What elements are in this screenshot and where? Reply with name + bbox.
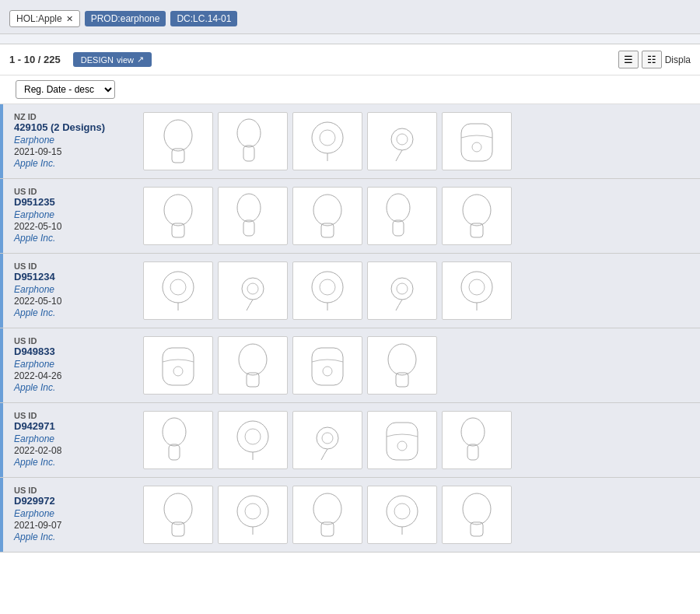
svg-point-31 [461, 272, 492, 303]
prod-tag[interactable]: PROD:earphone [85, 11, 166, 26]
svg-point-27 [320, 279, 335, 295]
svg-point-13 [237, 194, 261, 222]
results-count: 1 - 10 / 225 [9, 54, 61, 65]
design-image[interactable] [442, 187, 512, 245]
svg-rect-3 [243, 146, 254, 161]
design-images-container [143, 336, 691, 395]
product-label[interactable]: Earphone [14, 135, 134, 146]
design-image[interactable] [367, 486, 437, 544]
svg-point-2 [237, 119, 261, 147]
product-label[interactable]: Earphone [14, 508, 134, 519]
design-id[interactable]: D942971 [14, 420, 134, 432]
product-label[interactable]: Earphone [14, 433, 134, 444]
design-image[interactable] [143, 261, 213, 320]
design-image[interactable] [218, 112, 288, 170]
svg-point-50 [397, 441, 407, 451]
design-image[interactable] [143, 187, 213, 245]
design-view-button[interactable]: DESIGN view ↗ [73, 52, 152, 67]
owner-label[interactable]: Apple Inc. [14, 233, 134, 244]
design-image[interactable] [292, 112, 362, 170]
design-id[interactable]: D929972 [14, 495, 134, 507]
design-image[interactable] [218, 411, 288, 469]
table-row: US ID D951235 Earphone 2022-05-10 Apple … [0, 179, 700, 254]
design-image[interactable] [442, 261, 512, 320]
design-id[interactable]: D949833 [14, 346, 134, 357]
owner-label[interactable]: Apple Inc. [14, 457, 134, 468]
svg-point-61 [394, 503, 410, 519]
svg-point-44 [237, 421, 268, 452]
design-image[interactable] [367, 411, 437, 469]
result-meta: US ID D949833 Earphone 2022-04-26 Apple … [9, 336, 134, 395]
svg-rect-43 [169, 444, 180, 460]
design-image[interactable] [442, 486, 512, 544]
svg-rect-14 [243, 220, 254, 236]
design-image[interactable] [367, 112, 437, 170]
grid-view-button[interactable]: ☷ [642, 51, 662, 68]
design-image[interactable] [442, 112, 512, 170]
dc-tag-label: DC:LC.14-01 [177, 13, 231, 24]
svg-point-51 [461, 418, 485, 446]
design-image[interactable] [218, 261, 288, 320]
prod-tag-label: PROD:earphone [91, 13, 160, 24]
jurisdiction-label: NZ ID [14, 112, 134, 121]
svg-point-5 [320, 130, 335, 146]
design-image[interactable] [218, 486, 288, 544]
product-label[interactable]: Earphone [14, 209, 134, 220]
svg-point-10 [472, 142, 481, 152]
design-id[interactable]: D951235 [14, 196, 134, 208]
svg-point-26 [312, 272, 343, 303]
design-id[interactable]: D951234 [14, 271, 134, 282]
design-images-container [143, 187, 691, 245]
search-header: HOL:Apple ✕ PROD:earphone DC:LC.14-01 [0, 0, 700, 34]
search-tags-container: HOL:Apple ✕ PROD:earphone DC:LC.14-01 [9, 10, 691, 27]
svg-point-47 [317, 427, 338, 449]
svg-point-19 [463, 195, 491, 226]
svg-point-39 [323, 367, 332, 376]
svg-point-56 [245, 503, 261, 519]
svg-point-53 [164, 493, 192, 525]
svg-point-24 [242, 278, 264, 300]
external-link-icon: ↗ [137, 54, 144, 65]
design-image[interactable] [442, 411, 512, 469]
date-label: 2021-09-15 [14, 146, 134, 157]
owner-label[interactable]: Apple Inc. [14, 307, 134, 318]
date-label: 2021-09-07 [14, 520, 134, 531]
owner-label[interactable]: Apple Inc. [14, 382, 134, 393]
design-image[interactable] [143, 112, 213, 170]
design-image[interactable] [292, 486, 362, 544]
svg-point-21 [163, 272, 194, 303]
sort-select[interactable]: Reg. Date - desc Reg. Date - asc Filing … [16, 80, 115, 99]
svg-point-11 [164, 195, 192, 226]
design-image[interactable] [218, 187, 288, 245]
design-image[interactable] [143, 336, 213, 395]
svg-rect-52 [467, 444, 478, 460]
design-image[interactable] [218, 336, 288, 395]
hol-tag-close-icon[interactable]: ✕ [66, 14, 73, 24]
dc-tag[interactable]: DC:LC.14-01 [170, 11, 237, 26]
design-image[interactable] [292, 336, 362, 395]
product-label[interactable]: Earphone [14, 284, 134, 295]
design-image[interactable] [367, 336, 437, 395]
design-image[interactable] [367, 261, 437, 320]
svg-point-42 [163, 418, 186, 446]
design-image[interactable] [292, 261, 362, 320]
product-label[interactable]: Earphone [14, 359, 134, 370]
svg-point-25 [247, 283, 258, 294]
svg-point-36 [239, 344, 267, 375]
date-label: 2022-04-26 [14, 370, 134, 381]
design-id[interactable]: 429105 (2 Designs) [14, 121, 134, 133]
owner-label[interactable]: Apple Inc. [14, 158, 134, 169]
svg-point-48 [322, 433, 333, 444]
design-image[interactable] [143, 411, 213, 469]
list-view-button[interactable]: ☰ [618, 51, 639, 68]
hol-tag[interactable]: HOL:Apple ✕ [9, 10, 80, 27]
display-label: Displa [665, 54, 691, 65]
design-image[interactable] [143, 486, 213, 544]
table-row: US ID D949833 Earphone 2022-04-26 Apple … [0, 328, 700, 403]
table-row: US ID D942971 Earphone 2022-02-08 Apple … [0, 403, 700, 478]
design-image[interactable] [292, 187, 362, 245]
design-image[interactable] [292, 411, 362, 469]
design-image[interactable] [367, 187, 437, 245]
owner-label[interactable]: Apple Inc. [14, 532, 134, 542]
svg-point-29 [391, 278, 413, 300]
